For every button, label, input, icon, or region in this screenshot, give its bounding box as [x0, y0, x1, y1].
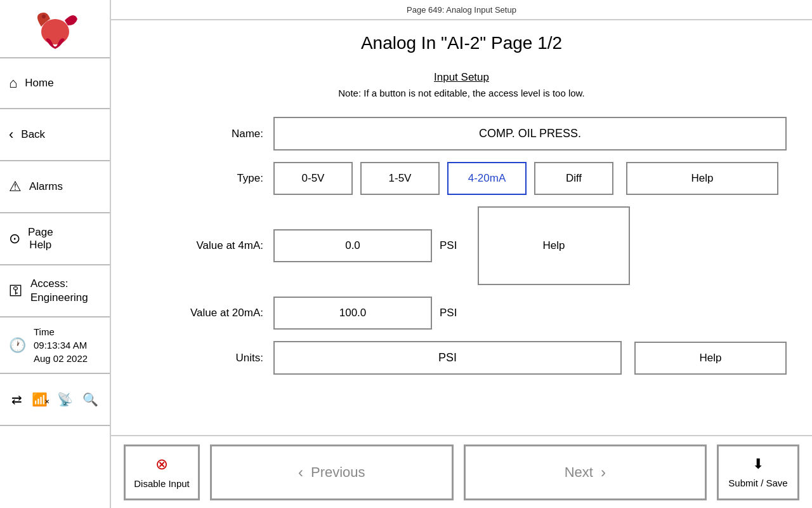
value-20ma-label: Value at 20mA:: [136, 307, 263, 319]
value-20ma-row: Value at 20mA: 100.0 PSI: [136, 297, 787, 330]
sidebar: ⌂ Home ‹ Back ⚠ Alarms ⊙ PageHelp ⚿ Acce…: [0, 0, 111, 508]
access-note: Note: If a button is not editable, the a…: [338, 88, 585, 98]
name-label: Name:: [136, 128, 263, 140]
name-input[interactable]: COMP. OIL PRESS.: [273, 117, 787, 150]
access-label: Access:: [30, 277, 88, 291]
page-help-label: PageHelp: [28, 226, 53, 251]
svg-point-1: [42, 15, 46, 18]
bottom-bar: ⊗ Disable Input ‹ Previous Next › ⬇ Subm…: [111, 435, 812, 508]
type-field-area: 0-5V 1-5V 4-20mA Diff Help: [273, 162, 787, 195]
wifi-icon: 📡: [57, 392, 73, 407]
disable-input-button[interactable]: ⊗ Disable Input: [124, 444, 200, 500]
topbar-label: Page 649: Analog Input Setup: [407, 5, 516, 15]
x-circle-icon: ⊗: [155, 455, 168, 473]
content-area: Analog In "AI-2" Page 1/2 Input Setup No…: [111, 20, 812, 435]
type-1-5v[interactable]: 1-5V: [360, 162, 440, 195]
logo-area: [0, 0, 110, 57]
name-field-area: COMP. OIL PRESS.: [273, 117, 787, 150]
signal-icon: 📶✕: [32, 392, 48, 407]
submit-save-button[interactable]: ⬇ Submit / Save: [717, 444, 799, 500]
type-4-20ma[interactable]: 4-20mA: [447, 162, 527, 195]
home-icon: ⌂: [9, 75, 17, 91]
previous-button[interactable]: ‹ Previous: [210, 444, 454, 500]
input-setup-title: Input Setup: [136, 71, 787, 84]
alarms-icon: ⚠: [9, 178, 22, 195]
time-value: 09:13:34 AM: [34, 338, 88, 352]
back-icon: ‹: [9, 126, 13, 143]
transfer-icon[interactable]: ⇄: [11, 392, 22, 407]
clock-icon: 🕐: [9, 337, 26, 354]
time-date: Aug 02 2022: [34, 352, 88, 365]
previous-label: Previous: [311, 464, 365, 481]
units-label: Units:: [136, 352, 263, 364]
svg-point-0: [41, 19, 69, 44]
input-setup-info: Input Setup Note: If a button is not edi…: [136, 71, 787, 99]
value-help-button[interactable]: Help: [478, 206, 630, 285]
key-icon: ⚿: [9, 283, 23, 299]
units-field-area: PSI Help: [273, 341, 787, 375]
value-4ma-field-area: 0.0 PSI Help: [273, 206, 787, 285]
left-arrow-icon: ‹: [298, 464, 303, 481]
units-row: Units: PSI Help: [136, 341, 787, 375]
value-20ma-field-area: 100.0 PSI: [273, 297, 787, 330]
home-button[interactable]: ⌂ Home: [0, 57, 110, 109]
type-help-button[interactable]: Help: [626, 162, 778, 195]
value-20ma-input[interactable]: 100.0: [273, 297, 432, 330]
value-4ma-unit: PSI: [440, 239, 465, 252]
time-display: 🕐 Time 09:13:34 AM Aug 02 2022: [0, 318, 110, 374]
back-button[interactable]: ‹ Back: [0, 109, 110, 161]
page-help-button[interactable]: ⊙ PageHelp: [0, 213, 110, 265]
type-0-5v[interactable]: 0-5V: [273, 162, 353, 195]
page-help-icon: ⊙: [9, 231, 20, 247]
value-4ma-input[interactable]: 0.0: [273, 229, 432, 262]
right-arrow-icon: ›: [601, 464, 606, 481]
type-diff[interactable]: Diff: [534, 162, 613, 195]
disable-label: Disable Input: [134, 478, 190, 489]
page-title: Analog In "AI-2" Page 1/2: [136, 33, 787, 53]
type-label: Type:: [136, 172, 263, 185]
submit-label: Submit / Save: [728, 478, 787, 488]
name-row: Name: COMP. OIL PRESS.: [136, 117, 787, 150]
brand-logo: [30, 8, 81, 52]
access-info: ⚿ Access: Engineering: [0, 265, 110, 318]
back-label: Back: [21, 128, 45, 141]
value-20ma-unit: PSI: [440, 307, 465, 319]
status-icons-row: ⇄ 📶✕ 📡 🔍: [0, 374, 110, 426]
value-4ma-label: Value at 4mA:: [136, 239, 263, 252]
alarms-label: Alarms: [29, 180, 63, 193]
search-icon[interactable]: 🔍: [82, 392, 98, 407]
next-button[interactable]: Next ›: [464, 444, 707, 500]
alarms-button[interactable]: ⚠ Alarms: [0, 161, 110, 213]
main-panel: Page 649: Analog Input Setup Analog In "…: [111, 0, 812, 508]
time-heading: Time: [34, 325, 88, 338]
units-help-button[interactable]: Help: [634, 342, 787, 375]
value-4ma-row: Value at 4mA: 0.0 PSI Help: [136, 206, 787, 285]
next-label: Next: [565, 464, 593, 481]
save-icon: ⬇: [752, 456, 764, 472]
home-label: Home: [25, 77, 53, 90]
topbar: Page 649: Analog Input Setup: [111, 0, 812, 20]
type-row: Type: 0-5V 1-5V 4-20mA Diff Help: [136, 162, 787, 195]
access-level: Engineering: [30, 291, 88, 305]
units-input[interactable]: PSI: [273, 341, 622, 375]
